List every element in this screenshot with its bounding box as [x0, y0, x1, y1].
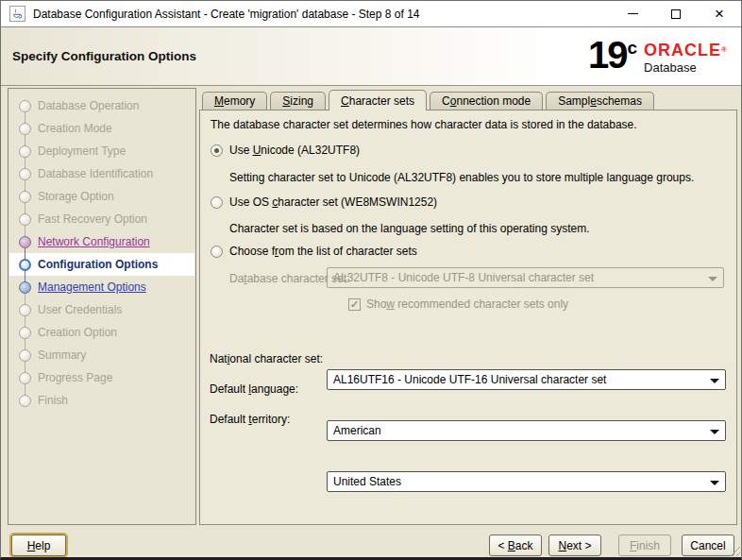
sidebar-step-user-credentials: User Credentials	[9, 298, 194, 321]
step-dot-icon	[19, 236, 31, 248]
radio-button-icon	[211, 246, 223, 258]
logo-product: Database	[644, 60, 728, 75]
step-dot-icon	[19, 372, 31, 384]
os-charset-description: Character set is based on the language s…	[229, 222, 590, 235]
step-label: Finish	[38, 394, 68, 407]
step-label: Creation Mode	[38, 122, 112, 135]
back-button[interactable]: < Back	[489, 535, 542, 556]
config-tabs: MemorySizingCharacter setsConnection mod…	[202, 90, 654, 110]
title-bar: Database Configuration Assistant - Creat…	[1, 1, 741, 27]
step-dot-icon	[19, 304, 31, 316]
step-label: Storage Option	[38, 190, 114, 203]
dbca-window: Database Configuration Assistant - Creat…	[0, 0, 742, 560]
step-dot-icon	[19, 100, 31, 112]
wizard-steps-sidebar: Database OperationCreation ModeDeploymen…	[8, 88, 196, 525]
finish-button: Finish	[618, 535, 671, 556]
sidebar-step-summary: Summary	[9, 344, 194, 366]
step-label: Management Options	[38, 280, 146, 294]
radio-label: Use OS character set (WE8MSWIN1252)	[229, 195, 437, 209]
page-title: Specify Configuration Options	[12, 49, 196, 63]
radio-label: Choose from the list of character sets	[229, 245, 417, 258]
step-dot-icon	[19, 145, 31, 158]
window-title: Database Configuration Assistant - Creat…	[33, 8, 419, 21]
step-dot-icon	[19, 349, 31, 362]
sidebar-step-creation-option: Creation Option	[9, 321, 194, 344]
step-dot-icon	[19, 213, 31, 226]
radio-button-icon	[211, 144, 223, 157]
next-button[interactable]: Next >	[548, 535, 601, 556]
sidebar-step-progress-page: Progress Page	[9, 366, 194, 389]
chevron-down-icon	[710, 481, 719, 485]
step-label: Progress Page	[38, 371, 112, 384]
national-charset-label: National character set:	[210, 352, 323, 365]
database-charset-select: AL32UTF8 - Unicode UTF-8 Universal chara…	[327, 267, 724, 288]
national-charset-select[interactable]: AL16UTF16 - Unicode UTF-16 Universal cha…	[327, 369, 726, 390]
cancel-button[interactable]: Cancel	[682, 535, 734, 556]
step-dot-icon	[19, 395, 31, 407]
step-dot-icon	[19, 327, 31, 339]
tab-memory[interactable]: Memory	[202, 92, 267, 110]
step-dot-icon	[19, 259, 31, 271]
default-language-select[interactable]: American	[327, 420, 726, 441]
radio-label: Use Unicode (AL32UTF8)	[229, 144, 360, 157]
tab-sizing[interactable]: Sizing	[270, 92, 326, 110]
sidebar-steps: Database OperationCreation ModeDeploymen…	[9, 94, 194, 412]
chevron-down-icon	[710, 430, 719, 434]
sidebar-step-storage-option: Storage Option	[9, 185, 194, 208]
step-label: Creation Option	[38, 326, 117, 339]
sidebar-step-database-identification: Database Identification	[9, 162, 194, 185]
logo-version-suffix: c	[628, 38, 638, 59]
panel-intro-text: The database character set determines ho…	[211, 118, 637, 131]
step-label: Deployment Type	[38, 144, 126, 158]
sidebar-step-database-operation: Database Operation	[9, 94, 194, 117]
checkbox-label: Show recommended character sets only	[366, 297, 568, 311]
radio-use-os-charset[interactable]: Use OS character set (WE8MSWIN1252)	[211, 195, 437, 209]
java-coffee-icon	[11, 8, 24, 20]
unicode-description: Setting character set to Unicode (AL32UT…	[229, 171, 694, 184]
step-label: User Credentials	[38, 303, 122, 316]
sidebar-step-network-configuration[interactable]: Network Configuration	[9, 230, 194, 253]
chevron-down-icon	[710, 379, 719, 383]
radio-use-unicode[interactable]: Use Unicode (AL32UTF8)	[211, 144, 360, 157]
minimize-button[interactable]	[611, 1, 654, 26]
sidebar-step-management-options[interactable]: Management Options	[9, 276, 194, 298]
radio-button-icon	[211, 196, 223, 209]
oracle-wordmark: ORACLE®	[644, 42, 728, 59]
wizard-header: Specify Configuration Options 19 c ORACL…	[1, 27, 741, 86]
default-language-label: Default language:	[210, 382, 298, 396]
oracle-19c-logo: 19 c ORACLE® Database	[588, 33, 728, 76]
tab-character-sets[interactable]: Character sets	[329, 90, 427, 110]
step-label: Fast Recovery Option	[38, 212, 147, 226]
minimize-icon	[628, 13, 638, 14]
step-dot-icon	[19, 191, 31, 203]
step-dot-icon	[19, 281, 31, 294]
step-label: Configuration Options	[38, 258, 158, 271]
registered-mark: ®	[721, 45, 728, 54]
sidebar-step-fast-recovery-option: Fast Recovery Option	[9, 208, 194, 230]
radio-choose-from-list[interactable]: Choose from the list of character sets	[211, 245, 417, 258]
character-sets-panel: The database character set determines ho…	[199, 110, 737, 525]
maximize-icon	[671, 9, 681, 19]
step-label: Database Operation	[38, 99, 139, 112]
step-dot-icon	[19, 123, 31, 135]
sidebar-step-deployment-type: Deployment Type	[9, 140, 194, 162]
maximize-button[interactable]	[654, 1, 698, 26]
step-label: Summary	[38, 348, 86, 362]
logo-version: 19	[588, 33, 627, 76]
sidebar-step-creation-mode: Creation Mode	[9, 117, 194, 140]
sidebar-step-configuration-options: Configuration Options	[9, 253, 194, 276]
show-recommended-checkbox-row: Show recommended character sets only	[348, 297, 568, 311]
default-territory-select[interactable]: United States	[327, 471, 726, 492]
checkbox-icon	[348, 298, 361, 311]
default-territory-label: Default territory:	[210, 413, 290, 426]
window-controls: ×	[611, 1, 741, 26]
close-icon: ×	[715, 9, 724, 19]
sidebar-step-finish: Finish	[9, 389, 194, 412]
button-bar: Help < Back Next > Finish Cancel	[1, 530, 741, 558]
help-button[interactable]: Help	[11, 535, 66, 556]
close-button[interactable]: ×	[698, 1, 741, 26]
step-dot-icon	[19, 168, 31, 180]
tab-sample-schemas[interactable]: Sample schemas	[546, 92, 654, 110]
java-app-icon	[9, 6, 25, 22]
tab-connection-mode[interactable]: Connection mode	[430, 92, 543, 110]
